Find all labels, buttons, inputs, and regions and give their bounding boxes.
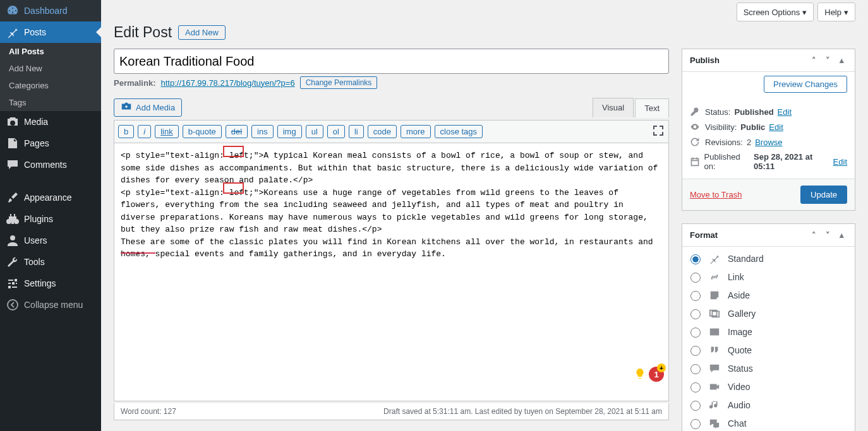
sidebar-label: Comments — [24, 160, 67, 170]
format-radio-gallery[interactable] — [690, 309, 701, 319]
sidebar-item-settings[interactable]: Settings — [0, 273, 101, 294]
edit-date-link[interactable]: Edit — [833, 157, 847, 167]
button-label: Add Media — [136, 103, 175, 112]
format-label: Link — [728, 272, 744, 282]
edit-visibility-link[interactable]: Edit — [769, 122, 783, 132]
format-radio-audio[interactable] — [690, 401, 701, 411]
browse-revisions-link[interactable]: Browse — [755, 138, 782, 147]
edit-status-link[interactable]: Edit — [778, 107, 792, 117]
sidebar-sub-add-new[interactable]: Add New — [0, 60, 101, 77]
quicktags-toolbar: b i link b-quote del ins img ul ol li co… — [114, 120, 669, 143]
sidebar-label: Appearance — [24, 192, 72, 203]
qt-img[interactable]: img — [277, 125, 302, 138]
triangle-up-icon[interactable]: ▴ — [836, 56, 847, 65]
format-label: Image — [728, 327, 752, 337]
admin-sidebar: Dashboard Posts All Posts Add New Catego… — [0, 0, 101, 431]
format-radio-chat[interactable] — [690, 419, 701, 429]
sidebar-collapse[interactable]: Collapse menu — [0, 294, 101, 316]
sidebar-item-appearance[interactable]: Appearance — [0, 187, 101, 208]
post-content-textarea[interactable]: <p style="text-align: left;">A typical K… — [114, 143, 669, 401]
format-label: Gallery — [728, 309, 756, 319]
pushpin-icon — [709, 253, 721, 264]
metabox-title: Format — [690, 230, 718, 240]
chevron-up-icon[interactable]: ˄ — [808, 230, 819, 240]
sidebar-item-users[interactable]: Users — [0, 230, 101, 251]
qt-bold[interactable]: b — [118, 125, 134, 138]
sidebar-sub-categories[interactable]: Categories — [0, 77, 101, 94]
post-title-input[interactable] — [114, 49, 669, 74]
chevron-up-icon[interactable]: ˄ — [808, 56, 819, 65]
triangle-up-icon[interactable]: ▴ — [836, 230, 847, 240]
backup-icon — [690, 137, 701, 147]
add-new-button[interactable]: Add New — [178, 25, 226, 40]
plug-icon — [6, 213, 19, 225]
sidebar-item-dashboard[interactable]: Dashboard — [0, 0, 101, 21]
svg-point-0 — [8, 300, 18, 310]
sidebar-item-comments[interactable]: Comments — [0, 154, 101, 175]
qt-link[interactable]: link — [155, 125, 179, 138]
qt-ins[interactable]: ins — [251, 125, 274, 138]
user-icon — [6, 234, 19, 247]
help-toggle[interactable]: Help ▾ — [817, 3, 855, 21]
qt-close-tags[interactable]: close tags — [435, 125, 483, 138]
chevron-down-icon[interactable]: ˅ — [822, 56, 833, 65]
preview-changes-button[interactable]: Preview Changes — [764, 76, 847, 93]
sidebar-sub-tags[interactable]: Tags — [0, 94, 101, 111]
pushpin-icon — [6, 26, 19, 38]
format-label: Video — [728, 382, 750, 392]
format-label: Aside — [728, 290, 750, 300]
change-permalinks-button[interactable]: Change Permalinks — [300, 76, 378, 89]
qt-li[interactable]: li — [349, 125, 364, 138]
sidebar-item-pages[interactable]: Pages — [0, 133, 101, 154]
qt-blockquote[interactable]: b-quote — [183, 125, 222, 138]
published-on-label: Published on: — [704, 152, 750, 171]
status-value: Published — [734, 107, 773, 117]
qt-italic[interactable]: i — [138, 125, 151, 138]
format-radio-image[interactable] — [690, 328, 701, 338]
sidebar-item-plugins[interactable]: Plugins — [0, 208, 101, 230]
format-radio-standard[interactable] — [690, 254, 701, 264]
fullscreen-toggle[interactable] — [652, 124, 665, 139]
permalink-url[interactable]: http://167.99.78.217/blog/tuyen/?p=6 — [160, 78, 294, 88]
screen-options-toggle[interactable]: Screen Options ▾ — [737, 3, 814, 21]
chevron-down-icon: ▾ — [844, 8, 848, 17]
format-radio-status[interactable] — [690, 364, 701, 374]
collapse-icon — [6, 298, 19, 311]
revisions-label: Revisions: — [705, 138, 743, 147]
lightbulb-icon[interactable] — [634, 367, 646, 382]
sidebar-label: Pages — [24, 138, 49, 148]
quote-icon — [709, 345, 721, 356]
format-radio-link[interactable] — [690, 273, 701, 283]
screen-meta-links: Screen Options ▾ Help ▾ — [114, 3, 855, 21]
qt-ol[interactable]: ol — [327, 125, 345, 138]
aside-icon — [709, 290, 721, 301]
format-label: Audio — [728, 400, 750, 410]
move-to-trash-link[interactable]: Move to Trash — [690, 190, 742, 199]
qt-del[interactable]: del — [226, 125, 248, 138]
sidebar-sub-all-posts[interactable]: All Posts — [0, 43, 101, 60]
video-icon — [709, 381, 721, 393]
notification-badge[interactable]: 1 — [649, 367, 664, 382]
page-title: Edit Post — [114, 24, 172, 41]
gauge-icon — [6, 4, 19, 17]
sidebar-item-tools[interactable]: Tools — [0, 251, 101, 273]
status-icon — [709, 363, 721, 374]
key-icon — [690, 107, 701, 117]
update-button[interactable]: Update — [800, 186, 847, 204]
eye-icon — [690, 122, 701, 132]
sidebar-label: Tools — [24, 257, 45, 267]
qt-more[interactable]: more — [401, 125, 431, 138]
add-media-button[interactable]: Add Media — [114, 98, 182, 117]
format-radio-quote[interactable] — [690, 346, 701, 356]
qt-ul[interactable]: ul — [306, 125, 323, 138]
sidebar-item-posts[interactable]: Posts — [0, 21, 101, 43]
tab-text[interactable]: Text — [635, 98, 669, 118]
draft-saved-message: Draft saved at 5:31:11 am. Last edited b… — [383, 407, 662, 416]
sidebar-item-media[interactable]: Media — [0, 111, 101, 133]
chevron-down-icon[interactable]: ˅ — [822, 230, 833, 240]
format-radio-video[interactable] — [690, 382, 701, 393]
qt-code[interactable]: code — [368, 125, 397, 138]
format-radio-aside[interactable] — [690, 291, 701, 301]
tab-visual[interactable]: Visual — [593, 98, 634, 117]
button-label: Screen Options — [744, 8, 800, 17]
